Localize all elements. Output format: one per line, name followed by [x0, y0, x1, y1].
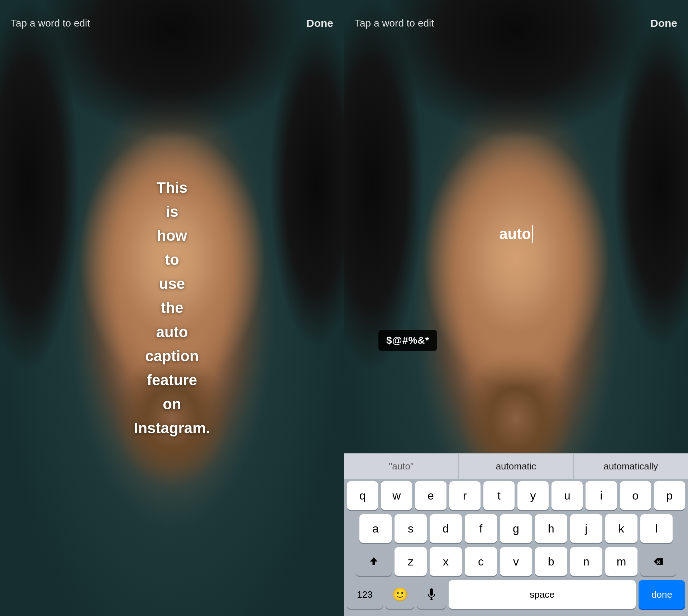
key-h[interactable]: h [535, 514, 567, 543]
text-cursor [532, 225, 533, 243]
space-key[interactable]: space [449, 580, 636, 609]
key-c[interactable]: c [465, 547, 497, 576]
caption-word-caption[interactable]: caption [134, 344, 210, 368]
emoji-icon: 🙂 [392, 587, 408, 602]
key-y[interactable]: y [517, 481, 549, 510]
left-instruction: Tap a word to edit [11, 18, 90, 29]
caption-word-instagram[interactable]: Instagram. [134, 416, 210, 440]
shift-key[interactable] [356, 547, 392, 576]
key-l[interactable]: l [640, 514, 673, 543]
backspace-key[interactable] [640, 547, 676, 576]
caption-word-this[interactable]: This [134, 176, 210, 200]
special-chars-text: $@#%&* [386, 335, 429, 346]
key-p[interactable]: p [654, 481, 685, 510]
caption-word-how[interactable]: how [134, 224, 210, 248]
autocomplete-item-1[interactable]: automatic [459, 454, 573, 479]
key-a[interactable]: a [359, 514, 392, 543]
special-chars-popup[interactable]: $@#%&* [378, 330, 437, 351]
keyboard-area: "auto" automatic automatically q w e r t… [344, 453, 688, 616]
left-done-button[interactable]: Done [306, 17, 333, 29]
key-u[interactable]: u [551, 481, 583, 510]
editing-word-text: auto [499, 225, 531, 243]
caption-word-feature[interactable]: feature [134, 368, 210, 392]
caption-container: This is how to use the auto caption feat… [134, 176, 210, 440]
keyboard-row-1: q w e r t y u i o p [344, 479, 688, 512]
mic-key[interactable] [417, 580, 446, 609]
key-w[interactable]: w [381, 481, 412, 510]
autocomplete-bar: "auto" automatic automatically [344, 453, 688, 479]
key-i[interactable]: i [586, 481, 617, 510]
right-instruction: Tap a word to edit [355, 18, 434, 29]
key-o[interactable]: o [620, 481, 651, 510]
keyboard-bottom-row: 123 🙂 space done [344, 578, 688, 616]
key-s[interactable]: s [395, 514, 427, 543]
key-m[interactable]: m [605, 547, 637, 576]
svg-rect-0 [430, 588, 433, 596]
caption-word-to[interactable]: to [134, 248, 210, 272]
key-b[interactable]: b [535, 547, 567, 576]
key-g[interactable]: g [500, 514, 532, 543]
caption-word-is[interactable]: is [134, 200, 210, 224]
key-j[interactable]: j [570, 514, 602, 543]
caption-word-auto[interactable]: auto [134, 320, 210, 344]
key-t[interactable]: t [483, 481, 515, 510]
keyboard-done-key[interactable]: done [639, 580, 685, 609]
key-r[interactable]: r [449, 481, 481, 510]
right-header: Tap a word to edit Done [344, 0, 688, 36]
key-e[interactable]: e [415, 481, 446, 510]
key-z[interactable]: z [395, 547, 427, 576]
key-n[interactable]: n [570, 547, 602, 576]
key-k[interactable]: k [605, 514, 637, 543]
numeric-key[interactable]: 123 [347, 580, 383, 609]
caption-word-use[interactable]: use [134, 272, 210, 296]
autocomplete-item-2[interactable]: automatically [574, 454, 688, 479]
left-header: Tap a word to edit Done [0, 0, 344, 36]
key-q[interactable]: q [347, 481, 378, 510]
emoji-key[interactable]: 🙂 [386, 580, 414, 609]
keyboard-row-3: z x c v b n m [344, 545, 688, 578]
right-panel: Tap a word to edit Done auto $@#%&* "aut… [344, 0, 688, 616]
keyboard-row-2: a s d f g h j k l [344, 512, 688, 545]
key-x[interactable]: x [430, 547, 462, 576]
key-d[interactable]: d [430, 514, 462, 543]
key-f[interactable]: f [465, 514, 497, 543]
caption-word-the[interactable]: the [134, 296, 210, 320]
editing-word-display: auto [499, 225, 533, 243]
autocomplete-item-0[interactable]: "auto" [344, 454, 459, 479]
right-done-button[interactable]: Done [650, 17, 677, 29]
caption-word-on[interactable]: on [134, 392, 210, 416]
left-panel: Tap a word to edit Done This is how to u… [0, 0, 344, 616]
key-v[interactable]: v [500, 547, 532, 576]
